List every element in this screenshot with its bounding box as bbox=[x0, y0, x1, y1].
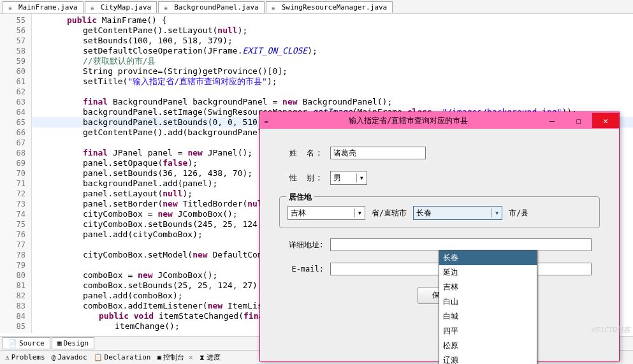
line-number: 64 bbox=[4, 107, 25, 117]
design-tab[interactable]: ▦ Design bbox=[52, 337, 94, 349]
line-number: 82 bbox=[4, 291, 25, 301]
progress-view[interactable]: ⧗进度 bbox=[200, 353, 221, 362]
line-number: 62 bbox=[4, 87, 25, 97]
line-number: 81 bbox=[4, 280, 25, 291]
line-number: 58 bbox=[4, 46, 25, 56]
java-icon bbox=[8, 3, 16, 11]
line-number: 72 bbox=[4, 189, 25, 199]
province-select[interactable]: 吉林 ▾ bbox=[287, 206, 365, 220]
problems-icon: ⚠ bbox=[5, 353, 10, 361]
code-line[interactable]: final BackgroundPanel backgroundPanel = … bbox=[32, 97, 633, 107]
code-line[interactable]: getContentPane().setLayout(null); bbox=[32, 25, 633, 36]
tab-label: BackgroundPanel.java bbox=[174, 3, 258, 11]
residence-legend: 居住地 bbox=[286, 192, 314, 203]
line-number: 78 bbox=[4, 250, 25, 260]
code-line[interactable]: setTitle("输入指定省/直辖市查询对应的市县"); bbox=[32, 76, 633, 87]
line-number: 55 bbox=[4, 15, 25, 25]
java-icon bbox=[272, 3, 279, 11]
console-icon: ▣ bbox=[157, 353, 161, 361]
city-suffix-label: 市/县 bbox=[509, 208, 528, 219]
province-suffix-label: 省/直辖市 bbox=[372, 208, 407, 219]
line-number: 60 bbox=[4, 66, 25, 76]
code-line[interactable]: //获取默认的市/县 bbox=[32, 56, 633, 66]
line-number: 71 bbox=[4, 178, 25, 189]
city-select[interactable]: 长春 ▾ bbox=[413, 206, 502, 220]
dropdown-option[interactable]: 延边 bbox=[439, 265, 537, 280]
console-view[interactable]: ▣控制台✕ bbox=[157, 353, 193, 362]
line-number: 68 bbox=[4, 148, 25, 158]
residence-fieldset: 居住地 吉林 ▾ 省/直辖市 长春 ▾ 市/县 bbox=[279, 196, 600, 228]
code-line[interactable]: public MainFrame() { bbox=[32, 15, 633, 25]
dialog-title: 输入指定省/直辖市查询对应的市县 bbox=[278, 115, 539, 126]
close-icon[interactable]: ✕ bbox=[189, 353, 193, 361]
close-button[interactable]: ✕ bbox=[592, 113, 619, 128]
code-line[interactable]: String province=(String)getProvince()[0]… bbox=[32, 66, 633, 76]
line-number: 56 bbox=[4, 25, 25, 36]
line-number: 85 bbox=[4, 321, 25, 331]
dropdown-option[interactable]: 白山 bbox=[439, 295, 537, 309]
javadoc-icon: @ bbox=[52, 353, 56, 361]
line-number: 80 bbox=[4, 270, 25, 280]
line-number: 79 bbox=[4, 260, 25, 270]
chevron-down-icon: ▾ bbox=[354, 208, 362, 217]
tab-swingresourcemanager[interactable]: SwingResourceManager.java bbox=[266, 1, 393, 13]
line-number: 65 bbox=[4, 117, 25, 127]
editor-tabs: MainFrame.java CityMap.java BackgroundPa… bbox=[0, 0, 633, 14]
maximize-button[interactable]: ☐ bbox=[565, 113, 592, 128]
dropdown-option[interactable]: 吉林 bbox=[439, 280, 537, 295]
line-number: 70 bbox=[4, 168, 25, 178]
gender-select[interactable]: 男 ▾ bbox=[330, 171, 367, 185]
java-icon bbox=[91, 3, 98, 11]
watermark: ©51CTO博客 bbox=[591, 325, 630, 335]
line-number: 63 bbox=[4, 97, 25, 107]
dropdown-option[interactable]: 白城 bbox=[439, 309, 537, 324]
code-line[interactable] bbox=[32, 87, 633, 97]
declaration-view[interactable]: 📋Declaration bbox=[94, 353, 151, 361]
line-number: 57 bbox=[4, 36, 25, 46]
dialog-titlebar[interactable]: ☕ 输入指定省/直辖市查询对应的市县 — ☐ ✕ bbox=[260, 112, 619, 129]
city-dropdown-list[interactable]: 长春延边吉林白山白城四平松原辽源 bbox=[439, 250, 537, 364]
dropdown-option[interactable]: 辽源 bbox=[439, 353, 537, 364]
dropdown-option[interactable]: 松原 bbox=[439, 339, 537, 353]
dropdown-option[interactable]: 长春 bbox=[439, 251, 537, 265]
tab-mainframe[interactable]: MainFrame.java bbox=[3, 1, 84, 13]
tab-label: CityMap.java bbox=[101, 3, 151, 11]
code-line[interactable]: setDefaultCloseOperation(JFrame.EXIT_ON_… bbox=[32, 46, 633, 56]
progress-icon: ⧗ bbox=[200, 353, 205, 361]
chevron-down-icon: ▾ bbox=[491, 208, 499, 217]
problems-view[interactable]: ⚠Problems bbox=[5, 353, 45, 361]
declaration-icon: 📋 bbox=[94, 353, 103, 361]
address-label: 详细地址: bbox=[279, 240, 324, 251]
tab-label: MainFrame.java bbox=[18, 3, 78, 11]
line-number: 76 bbox=[4, 229, 25, 240]
javadoc-view[interactable]: @Javadoc bbox=[52, 353, 87, 361]
code-line[interactable]: setBounds(100, 100, 518, 379); bbox=[32, 36, 633, 46]
line-number: 69 bbox=[4, 158, 25, 168]
line-number: 77 bbox=[4, 240, 25, 250]
chevron-down-icon: ▾ bbox=[356, 173, 364, 182]
dropdown-option[interactable]: 四平 bbox=[439, 324, 537, 339]
tab-citymap[interactable]: CityMap.java bbox=[85, 1, 157, 13]
name-label: 姓 名: bbox=[279, 148, 324, 159]
line-number: 61 bbox=[4, 76, 25, 87]
line-number: 59 bbox=[4, 56, 25, 66]
line-number: 83 bbox=[4, 301, 25, 311]
source-icon: 📄 bbox=[8, 339, 17, 347]
java-icon bbox=[164, 3, 171, 11]
address-field[interactable] bbox=[330, 238, 592, 251]
minimize-button[interactable]: — bbox=[539, 113, 565, 128]
line-number: 84 bbox=[4, 311, 25, 321]
tab-label: SwingResourceManager.java bbox=[282, 3, 388, 11]
email-label: E-mail: bbox=[279, 265, 324, 273]
line-number: 74 bbox=[4, 209, 25, 219]
name-field[interactable] bbox=[330, 147, 426, 159]
line-number: 73 bbox=[4, 199, 25, 209]
source-tab[interactable]: 📄 Source bbox=[3, 337, 50, 349]
line-gutter: 5556575859606162636465666768697071727374… bbox=[0, 14, 32, 333]
design-icon: ▦ bbox=[57, 339, 62, 347]
line-number: 75 bbox=[4, 219, 25, 229]
line-number: 66 bbox=[4, 127, 25, 138]
java-app-icon: ☕ bbox=[264, 115, 274, 126]
tab-backgroundpanel[interactable]: BackgroundPanel.java bbox=[158, 1, 264, 13]
line-number: 67 bbox=[4, 138, 25, 148]
